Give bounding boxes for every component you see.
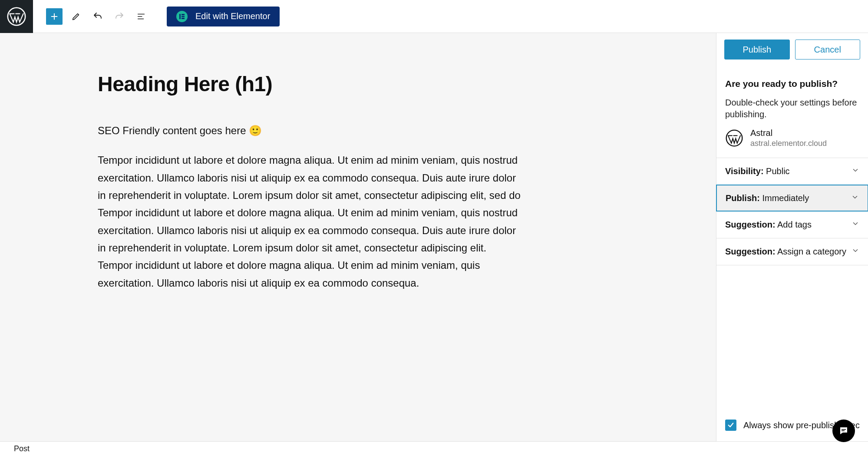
publish-time-value: Immediately	[762, 193, 809, 203]
post-body-paragraph[interactable]: Tempor incididunt ut labore et dolore ma…	[98, 152, 523, 292]
suggestion-category-value: Assign a category	[777, 247, 846, 256]
chevron-down-icon	[851, 166, 859, 176]
suggestion-tags-row[interactable]: Suggestion: Add tags	[716, 211, 868, 238]
svg-rect-7	[842, 430, 845, 431]
site-name: Astral	[750, 128, 827, 138]
chat-icon	[838, 426, 849, 436]
suggestion-label: Suggestion:	[725, 220, 776, 229]
site-info-row: Astral astral.elementor.cloud	[716, 128, 868, 158]
chevron-down-icon	[851, 220, 859, 230]
visibility-value: Public	[766, 166, 789, 176]
publish-panel-heading: Are you ready to publish?	[716, 66, 868, 93]
publish-panel-subtext: Double-check your settings before publis…	[716, 93, 868, 128]
svg-rect-2	[182, 14, 185, 15]
main-area: Heading Here (h1) SEO Friendly content g…	[0, 33, 868, 441]
edit-with-elementor-button[interactable]: Edit with Elementor	[167, 7, 280, 26]
publish-time-setting-row[interactable]: Publish: Immediately	[716, 185, 868, 211]
visibility-setting-row[interactable]: Visibility: Public	[716, 158, 868, 185]
cancel-button[interactable]: Cancel	[795, 40, 861, 59]
visibility-label: Visibility:	[725, 166, 764, 176]
editor-toolbar: Edit with Elementor	[0, 0, 868, 33]
editor-canvas[interactable]: Heading Here (h1) SEO Friendly content g…	[0, 33, 716, 441]
suggestion-label: Suggestion:	[725, 247, 776, 256]
document-overview-button[interactable]	[133, 8, 149, 25]
svg-rect-6	[842, 429, 846, 430]
wordpress-icon	[7, 7, 26, 26]
svg-rect-3	[182, 16, 185, 17]
add-block-button[interactable]	[46, 8, 63, 25]
site-logo-icon	[725, 129, 743, 147]
plus-icon	[50, 12, 59, 21]
publish-actions: Publish Cancel	[716, 33, 868, 66]
svg-rect-1	[179, 14, 181, 19]
undo-button[interactable]	[89, 8, 106, 25]
chevron-down-icon	[851, 247, 859, 257]
site-url: astral.elementor.cloud	[750, 139, 827, 148]
undo-icon	[92, 11, 103, 22]
post-content[interactable]: SEO Friendly content goes here 🙂 Tempor …	[98, 122, 523, 292]
pencil-icon	[71, 12, 81, 21]
publish-button[interactable]: Publish	[724, 40, 790, 59]
redo-button[interactable]	[111, 8, 128, 25]
post-title[interactable]: Heading Here (h1)	[98, 72, 716, 96]
status-bar: Post	[0, 441, 868, 456]
chat-bubble-button[interactable]	[832, 420, 855, 442]
redo-icon	[114, 11, 125, 22]
post-lead-paragraph[interactable]: SEO Friendly content goes here 🙂	[98, 122, 523, 139]
elementor-icon	[176, 11, 188, 22]
wp-logo-button[interactable]	[0, 0, 33, 33]
list-view-icon	[136, 12, 146, 21]
elementor-button-label: Edit with Elementor	[195, 11, 270, 21]
publish-panel: Publish Cancel Are you ready to publish?…	[716, 33, 868, 441]
svg-rect-4	[182, 18, 185, 19]
suggestion-category-row[interactable]: Suggestion: Assign a category	[716, 238, 868, 265]
breadcrumb[interactable]: Post	[14, 444, 30, 453]
edit-tool-button[interactable]	[68, 8, 84, 25]
chevron-down-icon	[851, 193, 859, 203]
checkbox-checked-icon[interactable]	[725, 420, 736, 431]
suggestion-tags-value: Add tags	[777, 220, 812, 229]
publish-time-label: Publish:	[726, 193, 760, 203]
